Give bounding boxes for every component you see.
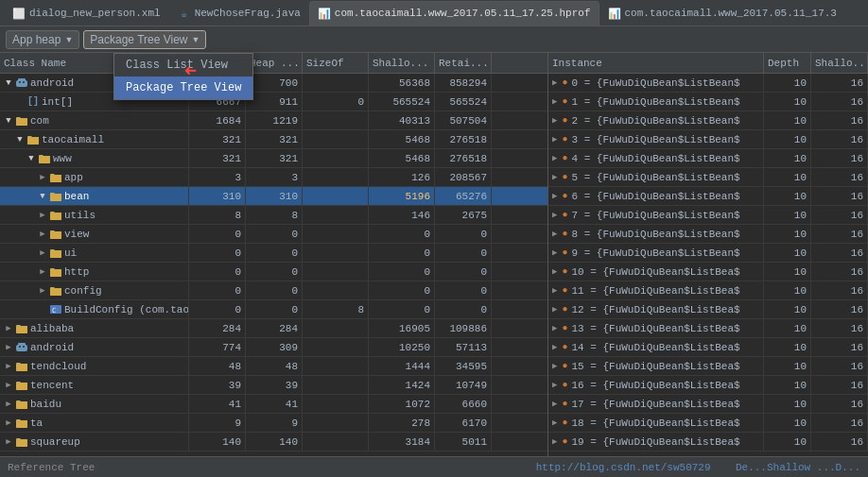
tree-row[interactable]: ▶ view 0 0 0 0 xyxy=(0,225,547,244)
app-heap-dropdown[interactable]: App heap ▼ xyxy=(6,30,79,49)
instance-row[interactable]: ▶ ● 19 = {FuWuDiQuBean$ListBea$ 10 16 xyxy=(548,433,868,451)
instance-shallow: 16 xyxy=(811,111,868,129)
tree-row[interactable]: ▶ tencent 39 39 1424 10749 xyxy=(0,376,547,395)
expand-arrow[interactable]: ▶ xyxy=(552,191,557,201)
expand-arrow[interactable]: ▼ xyxy=(4,78,13,88)
tree-row[interactable]: ▶ config 0 0 0 0 xyxy=(0,281,547,300)
expand-arrow[interactable]: ▶ xyxy=(552,380,557,390)
instance-row[interactable]: ▶ ● 10 = {FuWuDiQuBean$ListBea$ 10 16 xyxy=(548,263,868,281)
cell-shallow: 0 xyxy=(369,225,435,243)
expand-arrow[interactable]: ▶ xyxy=(552,361,557,371)
tree-row[interactable]: ▼ bean 310 310 5196 65276 xyxy=(0,187,547,206)
instance-body[interactable]: ▶ ● 0 = {FuWuDiQuBean$ListBean$ 10 16 ▶ … xyxy=(548,74,868,456)
expand-arrow[interactable]: ▶ xyxy=(552,266,557,277)
expand-arrow[interactable]: ▶ xyxy=(38,285,47,296)
expand-arrow[interactable]: ▶ xyxy=(552,417,557,428)
expand-arrow[interactable]: ▶ xyxy=(4,417,13,428)
tree-row[interactable]: ▶ ta 9 9 278 6170 xyxy=(0,414,547,433)
expand-arrow[interactable]: ▶ xyxy=(552,247,557,258)
expand-arrow[interactable]: ▶ xyxy=(4,399,13,409)
instance-row[interactable]: ▶ ● 1 = {FuWuDiQuBean$ListBean$ 10 16 xyxy=(548,93,868,111)
expand-arrow[interactable]: ▶ xyxy=(552,172,557,182)
tree-row[interactable]: [] int[] 6667 911 0 565524 565524 xyxy=(0,93,547,111)
expand-arrow[interactable]: ▶ xyxy=(552,323,557,333)
expand-arrow[interactable]: ▶ xyxy=(4,361,13,371)
tree-row[interactable]: ▼ android 852 700 56368 858294 xyxy=(0,74,547,93)
expand-arrow[interactable]: ▼ xyxy=(15,135,25,145)
expand-arrow[interactable]: ▶ xyxy=(552,134,557,145)
tree-row[interactable]: ▼ taocaimall 321 321 5468 276518 xyxy=(0,130,547,149)
expand-arrow[interactable]: ▶ xyxy=(4,380,13,390)
expand-arrow[interactable]: ▶ xyxy=(4,436,13,447)
instance-row[interactable]: ▶ ● 9 = {FuWuDiQuBean$ListBean$ 10 16 xyxy=(548,244,868,263)
expand-arrow[interactable]: ▶ xyxy=(552,399,557,409)
expand-arrow[interactable]: ▶ xyxy=(552,285,557,296)
instance-row[interactable]: ▶ ● 12 = {FuWuDiQuBean$ListBea$ 10 16 xyxy=(548,300,868,319)
expand-arrow[interactable]: ▶ xyxy=(552,115,557,126)
expand-arrow[interactable]: ▶ xyxy=(552,96,557,107)
row-label: alibaba xyxy=(30,323,74,334)
instance-row[interactable]: ▶ ● 5 = {FuWuDiQuBean$ListBean$ 10 16 xyxy=(548,168,868,187)
tree-row[interactable]: ▶ squareup 140 140 3184 5011 xyxy=(0,433,547,451)
view-mode-dropdown[interactable]: Package Tree View ▼ xyxy=(83,30,206,49)
instance-row[interactable]: ▶ ● 17 = {FuWuDiQuBean$ListBea$ 10 16 xyxy=(548,395,868,414)
expand-arrow[interactable]: ▶ xyxy=(38,247,47,258)
expand-arrow[interactable]: ▶ xyxy=(38,229,47,239)
tree-body[interactable]: ▼ android 852 700 56368 858294 [] int[] … xyxy=(0,74,547,456)
expand-arrow[interactable]: ▶ xyxy=(552,229,557,239)
tree-row[interactable]: ▶ http 0 0 0 0 xyxy=(0,263,547,281)
instance-row[interactable]: ▶ ● 7 = {FuWuDiQuBean$ListBean$ 10 16 xyxy=(548,206,868,225)
instance-row[interactable]: ▶ ● 16 = {FuWuDiQuBean$ListBea$ 10 16 xyxy=(548,376,868,395)
cell-total: 9 xyxy=(189,414,246,432)
tree-row[interactable]: ▶ android 774 309 10250 57113 xyxy=(0,338,547,357)
instance-row[interactable]: ▶ ● 4 = {FuWuDiQuBean$ListBean$ 10 16 xyxy=(548,149,868,168)
tab-newchosefrag[interactable]: ☕ NewChoseFrag.java xyxy=(169,1,309,26)
tab-hprof1[interactable]: 📊 com.taocaimall.www_2017.05.11_17.25.hp… xyxy=(309,1,599,26)
expand-arrow[interactable]: ▶ xyxy=(552,77,557,88)
instance-row[interactable]: ▶ ● 2 = {FuWuDiQuBean$ListBean$ 10 16 xyxy=(548,111,868,130)
instance-icon: ● xyxy=(562,77,567,88)
tree-row[interactable]: C BuildConfig (com.taocaimall.www) 0 0 8… xyxy=(0,300,547,319)
instance-row[interactable]: ▶ ● 15 = {FuWuDiQuBean$ListBea$ 10 16 xyxy=(548,357,868,376)
tree-row[interactable]: ▶ alibaba 284 284 16905 109886 xyxy=(0,319,547,338)
expand-arrow[interactable]: ▶ xyxy=(552,210,557,220)
cell-total: 0 xyxy=(189,300,246,318)
tree-row[interactable]: ▼ com 1684 1219 40313 507504 xyxy=(0,111,547,130)
row-label: squareup xyxy=(30,436,80,448)
tree-row[interactable]: ▶ ui 0 0 0 0 xyxy=(0,244,547,263)
instance-row[interactable]: ▶ ● 6 = {FuWuDiQuBean$ListBean$ 10 16 xyxy=(548,187,868,206)
expand-arrow[interactable]: ▶ xyxy=(4,342,13,352)
row-label: bean xyxy=(64,191,89,202)
instance-row[interactable]: ▶ ● 18 = {FuWuDiQuBean$ListBea$ 10 16 xyxy=(548,414,868,433)
instance-row[interactable]: ▶ ● 0 = {FuWuDiQuBean$ListBean$ 10 16 xyxy=(548,74,868,93)
expand-arrow[interactable]: ▶ xyxy=(552,436,557,447)
dropdown-item-package-tree[interactable]: Package Tree View xyxy=(114,77,252,99)
instance-row[interactable]: ▶ ● 3 = {FuWuDiQuBean$ListBean$ 10 16 xyxy=(548,130,868,149)
tree-row[interactable]: ▶ baidu 41 41 1072 6660 xyxy=(0,395,547,414)
instance-row[interactable]: ▶ ● 8 = {FuWuDiQuBean$ListBean$ 10 16 xyxy=(548,225,868,244)
expand-arrow[interactable]: ▼ xyxy=(38,192,47,201)
expand-arrow[interactable]: ▶ xyxy=(552,304,557,315)
tab-hprof2[interactable]: 📊 com.taocaimall.www_2017.05.11_17.3 xyxy=(599,1,845,26)
tree-row[interactable]: ▶ app 3 3 126 208567 xyxy=(0,168,547,187)
tab-dialog-xml[interactable]: ⬜ dialog_new_person.xml xyxy=(4,1,169,26)
tree-row[interactable]: ▼ www 321 321 5468 276518 xyxy=(0,149,547,168)
expand-arrow[interactable]: ▶ xyxy=(38,266,47,277)
cell-heap: 0 xyxy=(246,300,303,318)
expand-arrow[interactable]: ▶ xyxy=(38,210,47,220)
expand-arrow[interactable]: ▼ xyxy=(4,116,13,126)
instance-row[interactable]: ▶ ● 11 = {FuWuDiQuBean$ListBea$ 10 16 xyxy=(548,281,868,300)
dropdown-item-class-list[interactable]: Class List View xyxy=(114,54,252,77)
row-label: baidu xyxy=(30,399,61,410)
instance-row[interactable]: ▶ ● 13 = {FuWuDiQuBean$ListBea$ 10 16 xyxy=(548,319,868,338)
expand-arrow[interactable]: ▼ xyxy=(26,154,36,163)
expand-arrow[interactable]: ▶ xyxy=(38,172,47,182)
expand-arrow[interactable]: ▶ xyxy=(4,323,13,333)
tree-row[interactable]: ▶ utils 8 8 146 2675 xyxy=(0,206,547,225)
instance-label: ▶ ● 16 = {FuWuDiQuBean$ListBea$ xyxy=(548,376,764,394)
tree-row[interactable]: ▶ tendcloud 48 48 1444 34595 xyxy=(0,357,547,376)
cell-total: 140 xyxy=(189,433,246,451)
instance-row[interactable]: ▶ ● 14 = {FuWuDiQuBean$ListBea$ 10 16 xyxy=(548,338,868,357)
expand-arrow[interactable]: ▶ xyxy=(552,153,557,163)
expand-arrow[interactable]: ▶ xyxy=(552,342,557,352)
